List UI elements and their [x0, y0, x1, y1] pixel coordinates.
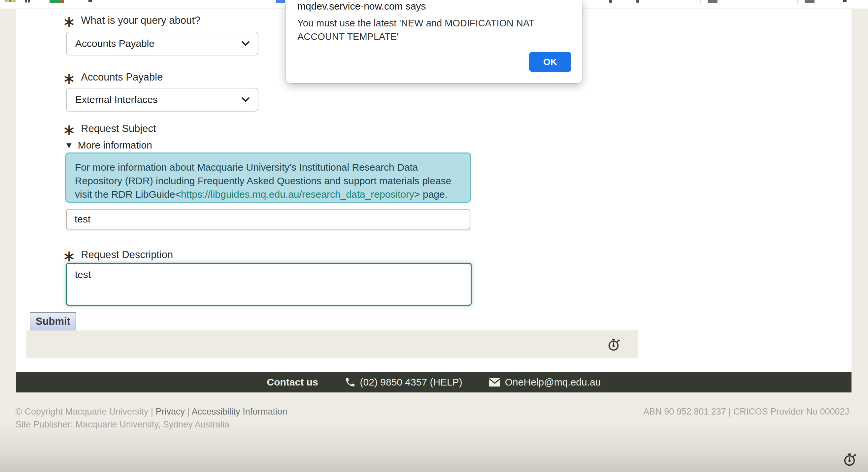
query-about-label-text: What is your query about?	[81, 14, 200, 26]
email-contact[interactable]: OneHelp@mq.edu.au	[489, 377, 601, 388]
site-publisher-line: Site Publisher: Macquarie University, Sy…	[16, 419, 229, 430]
stopwatch-icon	[607, 337, 621, 351]
email-address: OneHelp@mq.edu.au	[505, 377, 601, 388]
privacy-link[interactable]: Privacy	[156, 407, 185, 416]
query-about-label: ∗ What is your query about?	[62, 14, 200, 26]
required-marker-icon: ∗	[62, 251, 75, 261]
more-information-toggle[interactable]: ▼ More information	[65, 139, 152, 151]
favicon-fragment	[708, 0, 717, 3]
accounts-payable-selected-value: External Interfaces	[75, 94, 158, 105]
separator: |	[151, 407, 153, 416]
favicon-fragment	[28, 0, 30, 3]
separator: |	[187, 407, 190, 416]
more-information-text: For more information about Macquarie Uni…	[65, 153, 471, 203]
submit-button[interactable]: Submit	[30, 312, 76, 331]
favicon-fragment	[5, 0, 8, 2]
favicon-fragment	[12, 0, 16, 2]
favicon-fragment	[8, 0, 11, 2]
info-text-after: > page.	[414, 189, 447, 200]
request-description-label: ∗ Request Description	[62, 249, 173, 261]
required-marker-icon: ∗	[62, 125, 75, 135]
favicon-fragment	[276, 0, 285, 3]
ok-button[interactable]: OK	[529, 52, 571, 72]
favicon-fragment	[700, 0, 701, 4]
favicon-fragment	[25, 0, 27, 3]
favicon-fragment	[843, 0, 846, 2]
favicon-fragment	[61, 0, 64, 3]
accessibility-link[interactable]: Accessibility Information	[192, 407, 287, 416]
more-information-label: More information	[78, 139, 152, 151]
contact-us-label: Contact us	[267, 377, 318, 388]
alert-dialog-message: You must use the latest 'NEW and MODIFIC…	[298, 17, 571, 43]
accounts-payable-select[interactable]: External Interfaces	[66, 88, 258, 112]
request-description-textarea[interactable]: test	[66, 263, 472, 306]
alert-dialog: mqdev.service-now.com says You must use …	[286, 0, 582, 83]
alert-dialog-title: mqdev.service-now.com says	[298, 1, 426, 12]
screen: ∗ What is your query about? Accounts Pay…	[0, 0, 868, 472]
phone-contact[interactable]: (02) 9850 4357 (HELP)	[345, 377, 462, 388]
abn-cricos-line: ABN 90 952 801 237 | CRICOS Provider No …	[643, 407, 849, 417]
required-marker-icon: ∗	[62, 17, 75, 27]
query-about-select[interactable]: Accounts Payable	[66, 32, 258, 56]
copyright-text: © Copyright Macquarie University	[16, 407, 149, 416]
favicon-fragment	[805, 0, 814, 3]
triangle-down-icon: ▼	[65, 140, 73, 151]
favicon-fragment	[636, 0, 639, 3]
rdr-libguide-link[interactable]: https://libguides.mq.edu.au/research_dat…	[181, 189, 414, 200]
stopwatch-icon	[842, 451, 858, 467]
required-marker-icon: ∗	[62, 73, 75, 84]
chevron-down-icon	[241, 97, 250, 102]
phone-number: (02) 9850 4357 (HELP)	[360, 377, 462, 388]
query-about-selected-value: Accounts Payable	[75, 38, 154, 49]
chevron-down-icon	[241, 41, 250, 46]
timer-strip	[26, 331, 638, 358]
accounts-payable-label-text: Accounts Payable	[81, 71, 163, 83]
favicon-fragment	[88, 0, 92, 2]
contact-footer-bar: Contact us (02) 9850 4357 (HELP) OneHelp…	[16, 372, 851, 392]
request-subject-input[interactable]	[66, 209, 470, 229]
request-subject-label-text: Request Subject	[81, 123, 156, 135]
favicon-fragment	[797, 0, 798, 4]
copyright-line: © Copyright Macquarie University | Priva…	[16, 407, 287, 417]
request-subject-label: ∗ Request Subject	[62, 123, 156, 135]
favicon-fragment	[609, 0, 612, 3]
phone-icon	[345, 377, 356, 388]
bottom-shadow	[0, 422, 868, 472]
favicon-fragment	[50, 0, 62, 3]
envelope-icon	[489, 378, 501, 387]
request-description-label-text: Request Description	[81, 249, 173, 261]
accounts-payable-label: ∗ Accounts Payable	[62, 71, 163, 83]
